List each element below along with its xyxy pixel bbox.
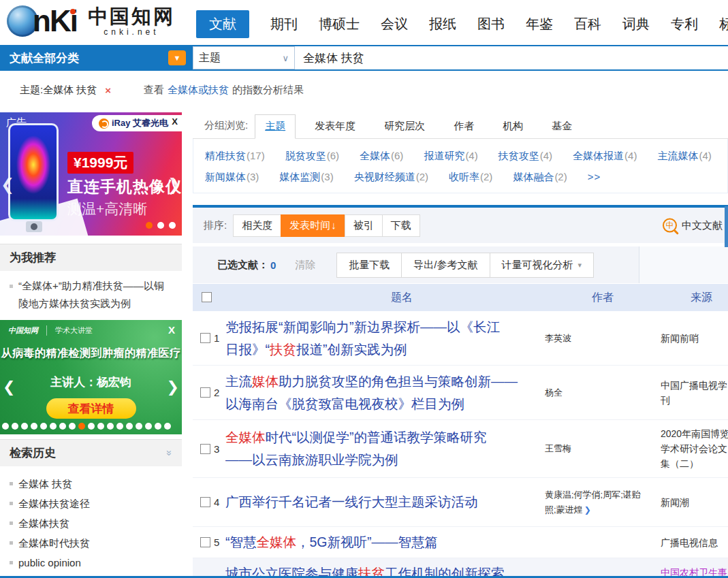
group-tab-研究层次[interactable]: 研究层次 — [375, 115, 434, 138]
result-authors[interactable]: 杨全 — [545, 385, 647, 400]
nav-tab-期刊[interactable]: 期刊 — [270, 15, 298, 33]
filter-tag-全媒体[interactable]: 全媒体(6) — [360, 145, 403, 166]
filter-tag-脱贫攻坚[interactable]: 脱贫攻坚(6) — [285, 145, 339, 166]
select-all-checkbox[interactable] — [202, 292, 212, 302]
search-field-select[interactable]: 主题 ∨ — [193, 46, 295, 69]
filter-tag-媒体融合[interactable]: 媒体融合(2) — [513, 166, 567, 187]
search-input[interactable] — [295, 46, 728, 69]
carousel-dot[interactable] — [78, 423, 85, 430]
row-checkbox[interactable] — [200, 387, 210, 398]
filter-tag-报道研究[interactable]: 报道研究(4) — [424, 145, 477, 166]
filter-tag-媒体监测[interactable]: 媒体监测(3) — [279, 166, 333, 187]
carousel-dot[interactable] — [116, 423, 123, 430]
carousel-dot[interactable] — [59, 423, 66, 430]
nav-tab-标准[interactable]: 标准 — [719, 15, 728, 33]
ad-banner-lecture[interactable]: 中国知网 学术大讲堂 X 从病毒的精准检测到肿瘤的精准医疗 主讲人：杨宏钧 查看… — [0, 320, 182, 434]
result-title-link[interactable]: 全媒体时代“以测促学”的普通话教学策略研究 ——以云南旅游职业学院为例 — [225, 426, 539, 471]
clear-selection-button[interactable]: 清除 — [295, 259, 315, 272]
nav-tab-博硕士[interactable]: 博硕士 — [319, 15, 360, 33]
result-title-link[interactable]: 主流媒体助力脱贫攻坚的角色担当与策略创新—— 以海南台《脱贫致富电视夜校》栏目为… — [225, 370, 539, 415]
result-source-link[interactable]: 新闻前哨 — [661, 331, 728, 346]
sort-option-下载[interactable]: 下载 — [382, 214, 420, 237]
carousel-prev-icon[interactable]: ❮ — [1, 175, 14, 194]
nav-tab-会议[interactable]: 会议 — [381, 15, 408, 33]
carousel-dot[interactable] — [145, 423, 152, 430]
filter-tag-央视财经频道[interactable]: 央视财经频道(2) — [354, 166, 428, 187]
nav-tab-词典[interactable]: 词典 — [622, 15, 650, 33]
cnki-logo[interactable]: nKi 中国知网 cnki.net — [7, 5, 175, 37]
category-dropdown-button[interactable]: ▼ — [168, 50, 186, 65]
index-analysis-link[interactable]: 全媒体或扶贫 — [168, 84, 229, 97]
view-details-button[interactable]: 查看详情 — [46, 398, 136, 419]
recommend-item[interactable]: “全媒体+”助力精准扶贫——以铜陵地方媒体扶贫实践为例 — [10, 277, 174, 312]
carousel-dot[interactable] — [157, 222, 164, 229]
carousel-dot[interactable] — [50, 423, 57, 430]
remove-filter-icon[interactable]: × — [105, 84, 111, 96]
carousel-dot[interactable] — [146, 222, 153, 229]
nav-tab-文献[interactable]: 文献 — [196, 10, 249, 38]
result-title-link[interactable]: 广西举行千名记者一线行大型主题采访活动 — [225, 491, 539, 513]
history-item[interactable]: 全媒体时代扶贫 — [10, 533, 172, 553]
category-selector[interactable]: 文献全部分类 ▼ — [0, 45, 193, 71]
carousel-dot[interactable] — [136, 423, 142, 430]
carousel-dot[interactable] — [21, 423, 28, 430]
action-button-计量可视化分析[interactable]: 计量可视化分析▾ — [490, 253, 595, 278]
expand-authors-icon[interactable]: ❯ — [584, 505, 591, 515]
carousel-dot[interactable] — [69, 423, 76, 430]
carousel-dot[interactable] — [31, 423, 37, 430]
nav-tab-图书[interactable]: 图书 — [477, 15, 505, 33]
result-source-link[interactable]: 中国广播电视学刊 — [661, 378, 728, 408]
history-item[interactable]: 全媒体扶贫途径 — [10, 494, 172, 513]
scrollbar-thumb[interactable] — [725, 206, 728, 247]
filter-tag-新闻媒体[interactable]: 新闻媒体(3) — [205, 166, 259, 187]
filter-tag-扶贫攻坚[interactable]: 扶贫攻坚(4) — [498, 145, 552, 166]
carousel-next-icon[interactable]: ❯ — [167, 379, 179, 396]
carousel-dot[interactable] — [2, 423, 9, 430]
result-source-link[interactable]: 广播电视信息 — [661, 535, 728, 550]
sort-option-相关度[interactable]: 相关度 — [233, 214, 281, 237]
filter-tag-主流媒体[interactable]: 主流媒体(4) — [657, 145, 711, 166]
collapse-icon[interactable]: » — [163, 450, 175, 455]
action-button-导出/参考文献[interactable]: 导出/参考文献 — [401, 253, 490, 278]
row-checkbox[interactable] — [200, 333, 210, 343]
carousel-dot[interactable] — [88, 423, 95, 430]
group-tab-基金[interactable]: 基金 — [542, 115, 582, 138]
carousel-dot[interactable] — [126, 423, 133, 430]
language-filter[interactable]: 中 中文文献 — [663, 219, 723, 233]
group-tab-机构[interactable]: 机构 — [493, 115, 533, 138]
result-authors[interactable]: 李英波 — [545, 331, 647, 346]
result-authors[interactable]: 黄康温;何学俏;周军;谌贻照;蒙进煌❯ — [545, 487, 647, 517]
group-tab-作者[interactable]: 作者 — [444, 115, 484, 138]
nav-tab-专利[interactable]: 专利 — [671, 15, 698, 33]
history-item[interactable]: 全媒体 扶贫 — [10, 474, 172, 494]
filter-tag-精准扶贫[interactable]: 精准扶贫(17) — [205, 145, 265, 166]
nav-tab-报纸[interactable]: 报纸 — [429, 15, 456, 33]
row-checkbox[interactable] — [200, 444, 210, 454]
result-source-link[interactable]: 新闻潮 — [661, 495, 728, 510]
action-button-批量下载[interactable]: 批量下载 — [336, 253, 402, 278]
nav-tab-年鉴[interactable]: 年鉴 — [526, 15, 553, 33]
sort-option-发表时间[interactable]: 发表时间↓ — [281, 214, 345, 237]
sort-option-被引[interactable]: 被引 — [345, 214, 383, 237]
carousel-dot[interactable] — [107, 423, 114, 430]
filter-tag-全媒体报道[interactable]: 全媒体报道(4) — [573, 145, 637, 166]
history-item[interactable]: public opinion — [10, 553, 172, 573]
row-checkbox[interactable] — [200, 497, 210, 507]
carousel-dot[interactable] — [97, 423, 104, 430]
carousel-prev-icon[interactable]: ❮ — [3, 379, 15, 396]
close-icon[interactable]: X — [172, 116, 178, 127]
carousel-dot[interactable] — [12, 423, 18, 430]
more-tags-link[interactable]: >> — [588, 166, 601, 187]
close-icon[interactable]: X — [168, 324, 175, 336]
result-title-link[interactable]: 党报拓展“新闻影响力”新边界探析——以《长江 日报》“扶贫报道”创新实践为例 — [225, 316, 539, 361]
carousel-dot[interactable] — [164, 423, 171, 430]
nav-tab-百科[interactable]: 百科 — [574, 15, 601, 33]
ad-banner-thermal-camera[interactable]: 广告 iRay 艾睿光电 X ¥1999元 直连手机热像仪 测温+高清晰 ❮ ❯ — [0, 112, 182, 236]
carousel-next-icon[interactable]: ❯ — [168, 175, 181, 194]
history-item[interactable]: 全媒体扶贫 — [10, 513, 172, 533]
filter-tag-收听率[interactable]: 收听率(2) — [449, 166, 492, 187]
result-authors[interactable]: 王雪梅 — [545, 441, 647, 456]
group-tab-发表年度[interactable]: 发表年度 — [305, 115, 365, 138]
carousel-dot[interactable] — [169, 222, 176, 229]
group-tab-主题[interactable]: 主题 — [255, 114, 296, 139]
